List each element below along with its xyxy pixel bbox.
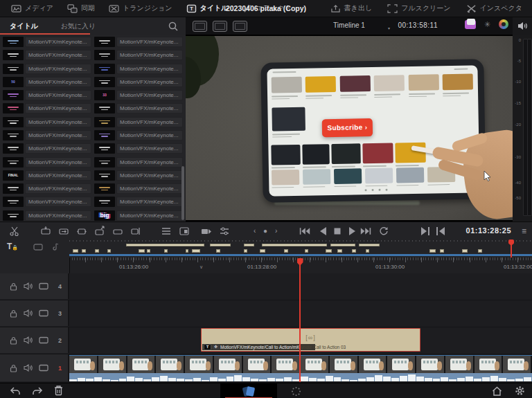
track-enable-icon[interactable] [39,309,48,317]
tools-sliders-icon[interactable] [219,226,230,237]
capture-icon[interactable] [465,20,476,29]
library-title-item[interactable]: MotionVFX/mKeynote... [3,182,91,195]
clip-audio-icon[interactable] [50,242,59,251]
playhead-line[interactable] [299,259,301,382]
library-title-item[interactable]: MotionVFX/mKeynote... [94,182,183,195]
track-mute-icon[interactable] [24,364,33,372]
grab-still-icon[interactable]: ✳ [484,20,490,29]
library-title-item[interactable]: MotionVFX/mKeynote... [3,89,91,102]
video-clip-filmstrip[interactable] [69,355,532,374]
clip-details-icon[interactable] [179,226,190,237]
library-title-item[interactable]: MotionVFX/mKeynote... [94,129,183,142]
match-frame-icon[interactable] [435,226,446,237]
fullscreen-button[interactable]: フルスクリーン [383,2,454,15]
live-overwrite-icon[interactable] [201,226,212,237]
track-header-1[interactable]: 1 [0,354,69,381]
settings-gear-icon[interactable] [515,386,525,396]
inspector-button[interactable]: インスペクタ [462,2,526,15]
track-header-3[interactable]: 3 [0,300,69,326]
transition-button[interactable]: トランジション [105,2,177,15]
append-clip-icon[interactable] [130,226,141,237]
track-header-2[interactable]: 2 [0,327,69,353]
sync-button[interactable]: 同期 [63,2,99,15]
clip-video-icon[interactable] [33,243,43,251]
library-title-item[interactable]: MotionVFX/mKeynote... [94,116,183,129]
timeline-options-icon[interactable] [161,226,172,237]
home-icon[interactable] [492,386,502,396]
redo-icon[interactable] [32,386,43,396]
visible-range-bar[interactable] [69,254,532,256]
timeline-dropdown-caret[interactable]: ▾ [388,26,390,30]
library-title-item[interactable]: 50MotionVFX/mKeynote... [3,75,91,89]
library-title-item[interactable]: MotionVFX/mKeynote... [94,155,183,168]
track-enable-icon[interactable] [39,336,48,344]
library-title-item[interactable]: MotionVFX/mKeynote... [94,35,183,48]
library-title-item[interactable]: 33MotionVFX/mKeynote... [94,89,183,102]
library-title-item[interactable]: bigMotionVFX/mKeynote... [94,208,183,221]
search-icon[interactable] [168,21,179,32]
video-frame[interactable]: Subscribe › [186,36,513,220]
track-lock-icon[interactable] [10,336,17,345]
library-title-item[interactable]: MotionVFX/mKeynote... [3,116,91,129]
title-button[interactable]: T タイトル [182,2,233,15]
overwrite-clip-icon[interactable] [58,226,69,237]
play-reverse-icon[interactable] [317,226,328,237]
library-title-item[interactable]: MotionVFX/mKeynote... [94,48,183,62]
library-title-item[interactable]: MotionVFX/mKeynote... [3,102,91,115]
jog-control[interactable]: ‹ ● › [254,227,280,235]
export-button[interactable]: 書き出し [326,2,376,15]
library-title-item[interactable]: MotionVFX/mKeynote... [94,102,183,115]
library-title-item[interactable]: MotionVFX/mKeynote... [3,48,91,62]
timeline-minimap[interactable] [69,239,532,257]
title-tool-icon[interactable]: T🔒 [7,242,18,251]
library-title-item[interactable]: MotionVFX/mKeynote... [94,62,183,75]
insert-clip-icon[interactable] [40,226,51,237]
track-lock-icon[interactable] [10,309,17,318]
track-header-4[interactable]: 4 [0,273,69,299]
replace-clip-icon[interactable] [76,226,87,237]
go-to-end-icon[interactable] [360,226,371,237]
media-button[interactable]: メディア [7,2,57,15]
speaker-icon[interactable] [517,21,528,30]
play-around-icon[interactable] [420,226,431,237]
library-title-item[interactable]: MotionVFX/mKeynote... [3,35,91,48]
page-cut-button[interactable] [220,383,277,398]
track-mute-icon[interactable] [24,309,33,317]
library-title-item[interactable]: MotionVFX/mKeynote... [3,195,91,208]
timeline-name[interactable]: Timeline 1 [186,21,513,29]
library-title-item[interactable]: MotionVFX/mKeynote... [3,129,91,142]
library-scrollbar[interactable] [181,166,184,220]
go-to-start-icon[interactable] [299,226,310,237]
library-title-item[interactable]: MotionVFX/mKeynote... [3,62,91,75]
library-title-item[interactable]: MotionVFX/mKeynote... [3,142,91,155]
tab-favorites[interactable]: お気に入り [51,17,105,35]
play-icon[interactable] [346,226,357,237]
track-enable-icon[interactable] [39,364,48,372]
tab-titles[interactable]: タイトル [0,17,48,35]
trash-icon[interactable] [54,386,63,396]
track-mute-icon[interactable] [24,336,33,344]
library-title-item[interactable]: MotionVFX/mKeynote... [94,75,183,89]
library-title-item[interactable]: MotionVFX/mKeynote... [3,155,91,168]
library-title-item[interactable]: MotionVFX/mKeynote... [3,208,91,221]
library-title-item[interactable]: MotionVFX/mKeynote... [94,142,183,155]
audio-waveform[interactable] [69,373,532,381]
track-lock-icon[interactable] [10,364,17,372]
effects-button[interactable]: エフェクト [238,2,296,15]
page-color-button[interactable] [291,386,301,397]
stop-icon[interactable] [332,226,343,237]
timeline-menu-icon[interactable]: ≡ [522,226,526,236]
library-title-item[interactable]: FINALMotionVFX/mKeynote... [3,169,91,182]
color-wheel-icon[interactable] [499,19,508,29]
undo-icon[interactable] [10,386,21,396]
library-title-item[interactable]: MotionVFX/mKeynote... [94,195,183,208]
cut-icon[interactable] [9,226,20,237]
selected-title-clip[interactable]: [∞] T ✥ MotionVFX/mKeynote/Call to Actio… [201,328,420,352]
track-enable-icon[interactable] [39,282,48,290]
track-lock-icon[interactable] [10,282,17,291]
loop-icon[interactable] [378,226,389,237]
track-mute-icon[interactable] [24,282,33,290]
library-title-item[interactable]: MotionVFX/mKeynote... [94,169,183,182]
place-on-top-icon[interactable] [112,226,123,237]
fit-to-fill-icon[interactable] [94,226,105,237]
